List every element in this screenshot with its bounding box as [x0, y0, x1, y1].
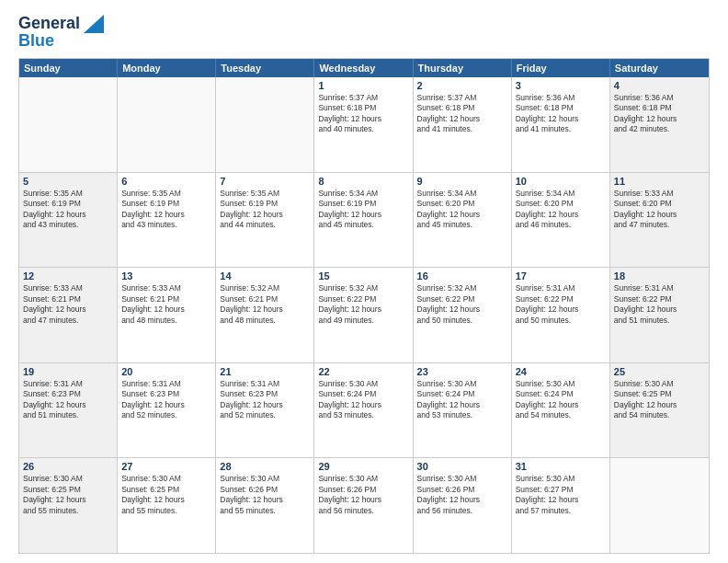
day-info: Sunrise: 5:30 AMSunset: 6:25 PMDaylight:…: [614, 379, 705, 421]
calendar-cell: [610, 458, 709, 553]
day-info: Sunrise: 5:30 AMSunset: 6:24 PMDaylight:…: [417, 379, 507, 421]
logo: General Blue: [18, 14, 104, 51]
day-info: Sunrise: 5:30 AMSunset: 6:26 PMDaylight:…: [417, 474, 507, 516]
calendar-cell: 26Sunrise: 5:30 AMSunset: 6:25 PMDayligh…: [19, 458, 118, 553]
header-day-monday: Monday: [118, 59, 216, 77]
header-day-wednesday: Wednesday: [314, 59, 413, 77]
calendar-cell: 31Sunrise: 5:30 AMSunset: 6:27 PMDayligh…: [512, 458, 610, 553]
calendar-cell: 24Sunrise: 5:30 AMSunset: 6:24 PMDayligh…: [512, 363, 610, 458]
header-day-thursday: Thursday: [414, 59, 512, 77]
day-number: 12: [23, 270, 113, 282]
calendar-cell: 12Sunrise: 5:33 AMSunset: 6:21 PMDayligh…: [19, 268, 118, 362]
day-number: 3: [516, 80, 606, 91]
calendar-cell: 21Sunrise: 5:31 AMSunset: 6:23 PMDayligh…: [216, 363, 314, 458]
header-day-sunday: Sunday: [19, 59, 118, 77]
day-number: 11: [614, 176, 705, 187]
logo-icon: [84, 15, 104, 33]
calendar-cell: [216, 77, 314, 172]
day-number: 6: [121, 176, 211, 187]
calendar-cell: 5Sunrise: 5:35 AMSunset: 6:19 PMDaylight…: [19, 173, 118, 268]
day-info: Sunrise: 5:33 AMSunset: 6:20 PMDaylight:…: [614, 189, 705, 231]
calendar-cell: 10Sunrise: 5:34 AMSunset: 6:20 PMDayligh…: [512, 173, 610, 268]
calendar: SundayMondayTuesdayWednesdayThursdayFrid…: [18, 58, 710, 554]
day-info: Sunrise: 5:32 AMSunset: 6:22 PMDaylight:…: [318, 283, 408, 326]
day-number: 27: [121, 461, 211, 472]
calendar-cell: 14Sunrise: 5:32 AMSunset: 6:21 PMDayligh…: [216, 268, 314, 362]
day-info: Sunrise: 5:31 AMSunset: 6:22 PMDaylight:…: [516, 283, 606, 326]
calendar-cell: 9Sunrise: 5:34 AMSunset: 6:20 PMDaylight…: [414, 173, 512, 268]
day-number: 10: [516, 176, 606, 187]
calendar-body: 1Sunrise: 5:37 AMSunset: 6:18 PMDaylight…: [19, 77, 709, 553]
logo-general: General: [18, 14, 80, 33]
logo-blue: Blue: [18, 31, 54, 51]
header-day-friday: Friday: [512, 59, 610, 77]
calendar-cell: 13Sunrise: 5:33 AMSunset: 6:21 PMDayligh…: [118, 268, 216, 362]
header: General Blue: [18, 14, 710, 51]
day-info: Sunrise: 5:31 AMSunset: 6:23 PMDaylight:…: [23, 379, 113, 421]
day-info: Sunrise: 5:34 AMSunset: 6:19 PMDaylight:…: [318, 189, 408, 231]
calendar-cell: 1Sunrise: 5:37 AMSunset: 6:18 PMDaylight…: [314, 77, 413, 172]
calendar-cell: 28Sunrise: 5:30 AMSunset: 6:26 PMDayligh…: [216, 458, 314, 553]
day-number: 19: [23, 366, 113, 377]
day-info: Sunrise: 5:30 AMSunset: 6:27 PMDaylight:…: [516, 474, 606, 516]
day-info: Sunrise: 5:31 AMSunset: 6:22 PMDaylight:…: [614, 283, 705, 326]
day-number: 1: [318, 80, 408, 91]
day-info: Sunrise: 5:32 AMSunset: 6:22 PMDaylight:…: [417, 283, 507, 326]
calendar-cell: 4Sunrise: 5:36 AMSunset: 6:18 PMDaylight…: [610, 77, 709, 172]
day-info: Sunrise: 5:33 AMSunset: 6:21 PMDaylight:…: [121, 283, 211, 326]
day-info: Sunrise: 5:35 AMSunset: 6:19 PMDaylight:…: [220, 189, 310, 231]
day-number: 21: [220, 366, 310, 377]
calendar-cell: 3Sunrise: 5:36 AMSunset: 6:18 PMDaylight…: [512, 77, 610, 172]
day-info: Sunrise: 5:33 AMSunset: 6:21 PMDaylight:…: [23, 283, 113, 326]
day-info: Sunrise: 5:31 AMSunset: 6:23 PMDaylight:…: [220, 379, 310, 421]
calendar-cell: 20Sunrise: 5:31 AMSunset: 6:23 PMDayligh…: [118, 363, 216, 458]
day-info: Sunrise: 5:30 AMSunset: 6:25 PMDaylight:…: [23, 474, 113, 516]
day-number: 31: [516, 461, 606, 472]
calendar-cell: [19, 77, 118, 172]
calendar-cell: 23Sunrise: 5:30 AMSunset: 6:24 PMDayligh…: [414, 363, 512, 458]
day-number: 28: [220, 461, 310, 472]
calendar-row-4: 26Sunrise: 5:30 AMSunset: 6:25 PMDayligh…: [19, 457, 709, 553]
day-info: Sunrise: 5:36 AMSunset: 6:18 PMDaylight:…: [516, 93, 606, 135]
day-info: Sunrise: 5:35 AMSunset: 6:19 PMDaylight:…: [23, 189, 113, 231]
calendar-cell: 11Sunrise: 5:33 AMSunset: 6:20 PMDayligh…: [610, 173, 709, 268]
calendar-cell: 25Sunrise: 5:30 AMSunset: 6:25 PMDayligh…: [610, 363, 709, 458]
header-day-saturday: Saturday: [610, 59, 709, 77]
day-info: Sunrise: 5:30 AMSunset: 6:24 PMDaylight:…: [318, 379, 408, 421]
day-number: 26: [23, 461, 113, 472]
day-number: 18: [614, 270, 705, 282]
calendar-cell: 8Sunrise: 5:34 AMSunset: 6:19 PMDaylight…: [314, 173, 413, 268]
day-info: Sunrise: 5:36 AMSunset: 6:18 PMDaylight:…: [614, 93, 705, 135]
calendar-cell: 19Sunrise: 5:31 AMSunset: 6:23 PMDayligh…: [19, 363, 118, 458]
day-number: 30: [417, 461, 507, 472]
calendar-header: SundayMondayTuesdayWednesdayThursdayFrid…: [19, 59, 709, 77]
calendar-row-1: 5Sunrise: 5:35 AMSunset: 6:19 PMDaylight…: [19, 172, 709, 268]
calendar-cell: 17Sunrise: 5:31 AMSunset: 6:22 PMDayligh…: [512, 268, 610, 362]
day-number: 8: [318, 176, 408, 187]
day-info: Sunrise: 5:37 AMSunset: 6:18 PMDaylight:…: [318, 93, 408, 135]
calendar-cell: 18Sunrise: 5:31 AMSunset: 6:22 PMDayligh…: [610, 268, 709, 362]
calendar-cell: 15Sunrise: 5:32 AMSunset: 6:22 PMDayligh…: [314, 268, 413, 362]
calendar-cell: 29Sunrise: 5:30 AMSunset: 6:26 PMDayligh…: [314, 458, 413, 553]
day-info: Sunrise: 5:31 AMSunset: 6:23 PMDaylight:…: [121, 379, 211, 421]
day-info: Sunrise: 5:34 AMSunset: 6:20 PMDaylight:…: [417, 189, 507, 231]
calendar-cell: 2Sunrise: 5:37 AMSunset: 6:18 PMDaylight…: [414, 77, 512, 172]
page: General Blue SundayMondayTuesdayWednesda…: [0, 0, 728, 563]
day-info: Sunrise: 5:34 AMSunset: 6:20 PMDaylight:…: [516, 189, 606, 231]
calendar-cell: 7Sunrise: 5:35 AMSunset: 6:19 PMDaylight…: [216, 173, 314, 268]
day-number: 24: [516, 366, 606, 377]
calendar-cell: 22Sunrise: 5:30 AMSunset: 6:24 PMDayligh…: [314, 363, 413, 458]
calendar-cell: 30Sunrise: 5:30 AMSunset: 6:26 PMDayligh…: [414, 458, 512, 553]
day-info: Sunrise: 5:30 AMSunset: 6:26 PMDaylight:…: [220, 474, 310, 516]
calendar-cell: 16Sunrise: 5:32 AMSunset: 6:22 PMDayligh…: [414, 268, 512, 362]
day-number: 15: [318, 270, 408, 282]
day-number: 4: [614, 80, 705, 91]
calendar-cell: 27Sunrise: 5:30 AMSunset: 6:25 PMDayligh…: [118, 458, 216, 553]
day-number: 22: [318, 366, 408, 377]
day-info: Sunrise: 5:30 AMSunset: 6:24 PMDaylight:…: [516, 379, 606, 421]
calendar-row-3: 19Sunrise: 5:31 AMSunset: 6:23 PMDayligh…: [19, 362, 709, 458]
day-number: 13: [121, 270, 211, 282]
day-info: Sunrise: 5:37 AMSunset: 6:18 PMDaylight:…: [417, 93, 507, 135]
day-number: 2: [417, 80, 507, 91]
day-number: 17: [516, 270, 606, 282]
